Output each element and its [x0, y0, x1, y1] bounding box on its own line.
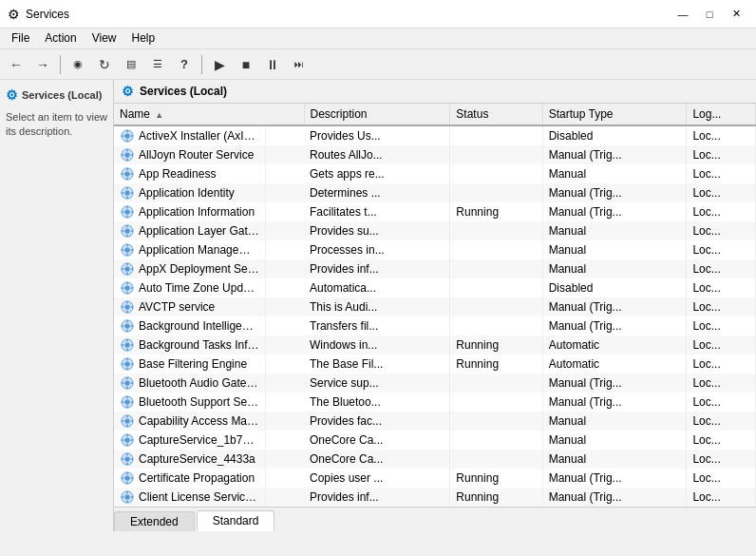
menu-action[interactable]: Action [37, 30, 84, 47]
table-row[interactable]: Application ManagementProcesses in...Man… [114, 240, 756, 259]
cell-description: Provides fac... [304, 412, 450, 431]
table-row[interactable]: Application Layer Gateway ...Provides su… [114, 221, 756, 240]
cell-name: Auto Time Zone Updater [114, 278, 266, 297]
restart-button[interactable]: ⏭ [287, 53, 312, 76]
service-icon [120, 337, 135, 353]
service-icon [120, 318, 135, 334]
service-icon [120, 242, 135, 258]
service-name-text: Auto Time Zone Updater [139, 281, 259, 295]
tab-standard[interactable]: Standard [197, 510, 275, 531]
col-header-name[interactable]: Name ▲ [114, 104, 304, 125]
maximize-button[interactable]: □ [697, 5, 722, 24]
service-icon [120, 166, 135, 182]
table-row[interactable]: Background Intelligent Tran...Transfers … [114, 316, 756, 336]
col-header-description[interactable]: Description [304, 104, 450, 125]
cell-status: Running [450, 336, 542, 355]
table-row[interactable]: Bluetooth Support ServiceThe Bluetoo...M… [114, 393, 756, 412]
cell-name: Application Information [114, 202, 266, 221]
table-row[interactable]: Base Filtering EngineThe Base Fil...Runn… [114, 355, 756, 374]
cell-name: Bluetooth Support Service [114, 393, 266, 412]
service-name-text: Application Layer Gateway ... [139, 224, 259, 238]
menu-view[interactable]: View [85, 30, 124, 47]
show-hide-button[interactable]: ◉ [66, 53, 90, 76]
table-row[interactable]: Client License Service (ClipS...Provides… [114, 488, 756, 507]
cell-name: Application Identity [114, 183, 266, 202]
table-row[interactable]: App ReadinessGets apps re...ManualLoc... [114, 164, 756, 183]
play-button[interactable]: ▶ [207, 53, 232, 76]
service-name-text: Background Intelligent Tran... [139, 319, 259, 333]
tab-extended[interactable]: Extended [114, 511, 195, 531]
svg-point-67 [124, 342, 129, 347]
cell-description: Provides su... [304, 221, 450, 240]
table-row[interactable]: CaptureService_4433aOneCore Ca...ManualL… [114, 450, 756, 469]
properties-button[interactable]: ☰ [145, 53, 170, 76]
col-header-startup[interactable]: Startup Type [542, 104, 687, 125]
svg-point-115 [124, 494, 129, 499]
bottom-tabs: Extended Standard [114, 507, 756, 531]
table-row[interactable]: Certificate PropagationCopies user ...Ru… [114, 469, 756, 488]
svg-point-19 [124, 190, 129, 195]
cell-name: Client License Service (ClipS... [114, 488, 266, 507]
left-panel-header: ⚙ Services (Local) [4, 84, 109, 106]
cell-name: AllJoyn Router Service [114, 145, 266, 164]
service-icon [120, 128, 135, 144]
col-header-status[interactable]: Status [450, 104, 542, 125]
close-button[interactable]: ✕ [724, 5, 748, 24]
services-table-container[interactable]: Name ▲ Description Status Startup Type [114, 104, 756, 507]
svg-point-25 [124, 209, 129, 214]
table-row[interactable]: AllJoyn Router ServiceRoutes AllJo...Man… [114, 145, 756, 164]
cell-description: OneCore Ca... [304, 431, 450, 450]
table-row[interactable]: Background Tasks Infrastru...Windows in.… [114, 336, 756, 355]
menu-file[interactable]: File [4, 30, 37, 47]
menu-help[interactable]: Help [124, 30, 163, 47]
svg-point-37 [124, 247, 129, 252]
svg-point-1 [124, 133, 129, 138]
service-icon [120, 470, 135, 486]
cell-description: Facilitates t... [304, 202, 450, 221]
export-list-button[interactable]: ▤ [119, 53, 143, 76]
title-bar-controls: — □ ✕ [671, 5, 748, 24]
cell-startup: Manual (Trig... [542, 202, 687, 221]
cell-startup: Manual (Trig... [542, 374, 687, 393]
table-row[interactable]: Application IdentityDetermines ...Manual… [114, 183, 756, 202]
cell-description: Routes AllJo... [304, 145, 450, 164]
cell-name: Background Intelligent Tran... [114, 316, 266, 336]
cell-startup: Automatic [542, 336, 687, 355]
pause-button[interactable]: ⏸ [260, 53, 285, 76]
svg-point-91 [124, 418, 129, 423]
cell-startup: Disabled [542, 125, 687, 145]
table-row[interactable]: Capability Access Manager ...Provides fa… [114, 412, 756, 431]
cell-status [450, 145, 542, 164]
cell-description: Windows in... [304, 336, 450, 355]
back-button[interactable]: ← [4, 53, 28, 76]
cell-logon: Loc... [687, 202, 756, 221]
stop-button[interactable]: ■ [234, 53, 258, 76]
table-row[interactable]: CaptureService_1b7566OneCore Ca...Manual… [114, 431, 756, 450]
col-header-logon[interactable]: Log... [687, 104, 756, 125]
service-name-text: CaptureService_1b7566 [139, 433, 259, 447]
cell-description: Provides inf... [304, 259, 450, 278]
table-row[interactable]: ActiveX Installer (AxInstSV)Provides Us.… [114, 125, 756, 145]
cell-status [450, 297, 542, 316]
cell-logon: Loc... [687, 393, 756, 412]
cell-logon: Loc... [687, 336, 756, 355]
right-panel-title: Services (Local) [140, 85, 227, 98]
help-button[interactable]: ? [172, 53, 197, 76]
cell-status [450, 374, 542, 393]
cell-startup: Manual [542, 450, 687, 469]
cell-startup: Manual (Trig... [542, 145, 687, 164]
refresh-button[interactable]: ↻ [92, 53, 117, 76]
cell-status [450, 164, 542, 183]
minimize-button[interactable]: — [671, 5, 695, 24]
table-row[interactable]: AVCTP serviceThis is Audi...Manual (Trig… [114, 297, 756, 316]
table-row[interactable]: Bluetooth Audio Gateway S...Service sup.… [114, 374, 756, 393]
forward-button[interactable]: → [30, 53, 55, 76]
left-panel: ⚙ Services (Local) Select an item to vie… [0, 80, 114, 531]
cell-status [450, 259, 542, 278]
table-row[interactable]: Auto Time Zone UpdaterAutomatica...Disab… [114, 278, 756, 297]
cell-description: Provides inf... [304, 488, 450, 507]
table-row[interactable]: AppX Deployment Service (...Provides inf… [114, 259, 756, 278]
cell-startup: Manual [542, 431, 687, 450]
table-row[interactable]: Application InformationFacilitates t...R… [114, 202, 756, 221]
services-tbody: ActiveX Installer (AxInstSV)Provides Us.… [114, 125, 756, 507]
